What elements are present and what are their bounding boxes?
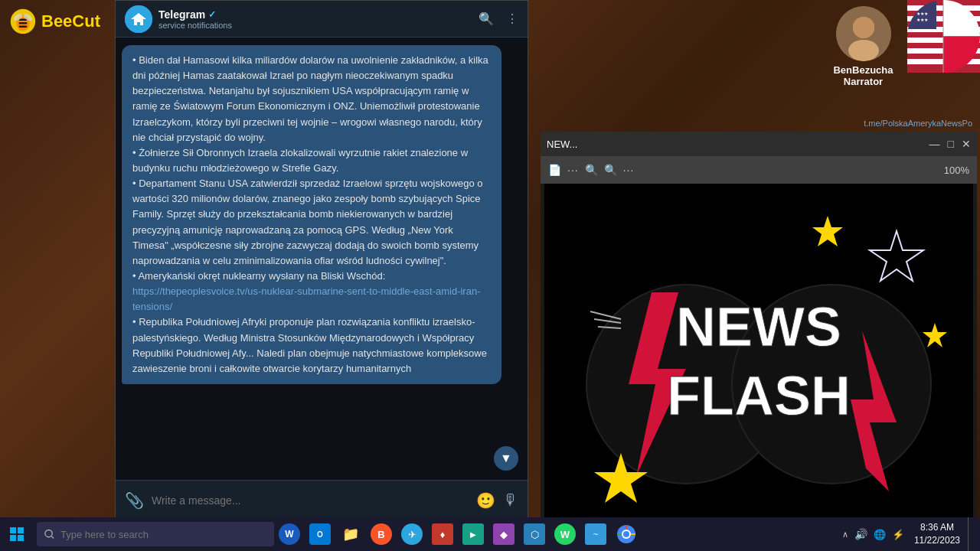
svg-text:★★★: ★★★ <box>916 18 928 22</box>
taskbar-app8[interactable]: ◆ <box>488 517 519 551</box>
scroll-down-button[interactable]: ▼ <box>494 446 518 471</box>
battery-icon[interactable]: ⚡ <box>890 529 906 540</box>
taskbar-brave[interactable]: B <box>366 517 397 551</box>
mic-icon[interactable]: 🎙 <box>503 491 518 509</box>
taskbar-app11[interactable]: ~ <box>580 517 611 551</box>
taskbar-app7[interactable]: ► <box>458 517 488 551</box>
tg-search-icon[interactable]: 🔍 <box>479 11 494 26</box>
verified-badge: ✓ <box>208 9 216 20</box>
svg-line-52 <box>51 536 54 539</box>
pdf-minimize-button[interactable]: — <box>929 138 940 150</box>
clock-time: 8:36 AM <box>920 521 954 534</box>
taskbar-search-bar[interactable] <box>37 522 274 546</box>
beecut-title: BeeCut <box>41 11 100 31</box>
tg-channel-subtitle: service notifications <box>158 21 472 30</box>
show-hidden-icons[interactable]: ∧ <box>840 530 851 540</box>
narrator-avatar <box>836 6 891 61</box>
pdf-toolbar: 📄 ··· 🔍 🔍 ··· 100% <box>541 156 977 184</box>
narrator-name: BenBezucha Narrator <box>833 64 893 87</box>
svg-rect-50 <box>18 535 24 541</box>
svg-text:★★★: ★★★ <box>916 11 928 16</box>
message-text-1: • Biden dał Hamasowi kilka miliardów dol… <box>132 54 488 143</box>
pdf-close-button[interactable]: ✕ <box>962 138 971 150</box>
svg-point-10 <box>853 17 874 38</box>
pdf-zoom-in-icon[interactable]: 🔍 <box>604 164 617 176</box>
svg-rect-3 <box>19 22 28 24</box>
svg-point-9 <box>848 40 879 61</box>
svg-point-51 <box>45 530 52 536</box>
emoji-icon[interactable]: 🙂 <box>476 491 495 510</box>
windows-icon <box>9 527 24 542</box>
message-input[interactable] <box>152 494 469 507</box>
taskbar-chrome[interactable] <box>611 517 642 551</box>
taskbar-app6[interactable]: ♦ <box>427 517 458 551</box>
message-link[interactable]: https://thepeoplesvoice.tv/us-nuklear-su… <box>132 285 480 312</box>
system-clock[interactable]: 8:36 AM 11/22/2023 <box>908 521 966 547</box>
svg-rect-4 <box>19 25 28 28</box>
svg-text:NEWS: NEWS <box>676 296 841 357</box>
pdf-maximize-button[interactable]: □ <box>948 138 954 150</box>
pdf-window-controls: — □ ✕ <box>929 138 971 150</box>
pdf-more-2[interactable]: ··· <box>623 164 635 176</box>
attach-icon[interactable]: 📎 <box>125 491 144 510</box>
channel-link[interactable]: t.me/PolskaAmerykaNewsPo <box>864 119 972 128</box>
pdf-more-1[interactable]: ··· <box>567 164 579 176</box>
pdf-zoom-level: 100% <box>944 165 969 176</box>
notification-area: ∧ 🔊 🌐 ⚡ <box>840 528 906 540</box>
tg-channel-avatar <box>125 5 152 33</box>
taskbar-app-icons: W O 📁 B ✈ ♦ ► ◆ ⬡ <box>274 517 642 551</box>
tg-header-title-area: Telegram ✓ service notifications <box>158 8 472 30</box>
system-tray: ∧ 🔊 🌐 ⚡ 8:36 AM 11/22/2023 <box>840 517 980 551</box>
network-icon[interactable]: 🌐 <box>871 529 888 540</box>
svg-rect-49 <box>10 535 16 541</box>
chevron-down-icon: ▼ <box>500 452 512 465</box>
tg-more-icon[interactable]: ⋮ <box>506 11 518 26</box>
telegram-header: Telegram ✓ service notifications 🔍 ⋮ <box>116 1 528 37</box>
telegram-input-bar: 📎 🙂 🎙 <box>116 480 528 520</box>
flag-circle: ★★★ ★★★ <box>907 0 980 73</box>
tg-channel-name: Telegram ✓ <box>158 8 472 21</box>
pdf-titlebar: NEW... — □ ✕ <box>541 132 977 156</box>
taskbar-telegram[interactable]: ✈ <box>397 517 427 551</box>
taskbar-search-input[interactable] <box>60 529 266 540</box>
taskbar-search-icon <box>44 529 54 540</box>
message-text-3: • Departament Stanu USA zatwierdził sprz… <box>132 178 483 266</box>
message-text-5: • Republika Południowej Afryki proponuje… <box>132 316 487 373</box>
svg-rect-48 <box>18 527 24 533</box>
telegram-messages[interactable]: • Biden dał Hamasowi kilka miliardów dol… <box>116 37 528 480</box>
start-button[interactable] <box>0 517 34 551</box>
pdf-title: NEW... <box>547 139 925 150</box>
tg-header-icons: 🔍 ⋮ <box>479 11 518 26</box>
pdf-viewer-window: NEW... — □ ✕ 📄 ··· 🔍 🔍 ··· 100% <box>541 132 977 520</box>
pdf-zoom-out-icon[interactable]: 🔍 <box>585 164 598 176</box>
clock-date: 11/22/2023 <box>914 534 960 547</box>
taskbar-explorer[interactable]: 📁 <box>335 517 366 551</box>
beecut-logo: BeeCut <box>9 8 100 35</box>
taskbar-word[interactable]: W <box>274 517 305 551</box>
svg-text:FLASH: FLASH <box>667 365 851 426</box>
bee-icon <box>9 8 37 35</box>
show-desktop-button[interactable] <box>968 517 974 551</box>
svg-rect-47 <box>10 527 16 533</box>
message-text-4: • Amerykański okręt nuklearny wysłany na… <box>132 270 385 282</box>
news-flash-graphic: NEWS FLASH <box>544 184 973 520</box>
svg-point-55 <box>623 531 629 537</box>
pdf-page-icon: 📄 <box>548 164 561 176</box>
pdf-content-area: NEWS FLASH <box>541 184 977 520</box>
taskbar-outlook[interactable]: O <box>305 517 335 551</box>
message-text-2: • Żołnierze Sił Obronnych Izraela zlokal… <box>132 147 468 174</box>
narrator-profile: BenBezucha Narrator <box>819 0 907 87</box>
taskbar-whatsapp[interactable]: W <box>550 517 580 551</box>
volume-icon[interactable]: 🔊 <box>852 528 870 540</box>
message-bubble: • Biden dał Hamasowi kilka miliardów dol… <box>122 45 501 384</box>
taskbar: W O 📁 B ✈ ♦ ► ◆ ⬡ <box>0 517 980 551</box>
taskbar-app9[interactable]: ⬡ <box>519 517 550 551</box>
telegram-window: Telegram ✓ service notifications 🔍 ⋮ • B… <box>115 0 528 520</box>
chrome-icon <box>616 524 636 544</box>
